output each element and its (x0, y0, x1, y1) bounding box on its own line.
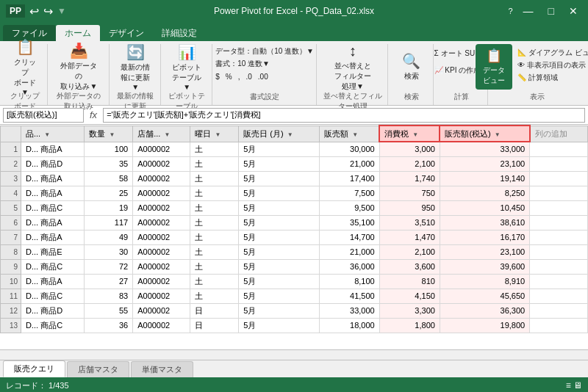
cell-reference[interactable]: [販売額(税込)] (3, 108, 84, 123)
group-sort-filter-content: ↕️ 並べ替えとフィルター処理▼ (331, 44, 375, 90)
cell-price: 18,000 (320, 318, 379, 333)
col-price-header[interactable]: 販売額 ▼ (320, 126, 379, 142)
cell-dow: 土 (190, 274, 239, 288)
cell-month: 5月 (239, 244, 320, 259)
undo-icon[interactable]: ↩ (29, 4, 39, 18)
horizontal-scrollbar[interactable] (0, 349, 588, 360)
cell-store: A000002 (133, 230, 190, 244)
sort-filter-icon: ↕️ (349, 43, 356, 59)
refresh-button[interactable]: 🔄 最新の情報に更新▼ (115, 44, 156, 90)
cell-tax: 950 (379, 200, 440, 215)
cell-sku: D... 商品C (21, 318, 85, 333)
cell-total: 45,650 (440, 288, 529, 303)
formula-input[interactable] (103, 108, 585, 123)
cell-qty: 72 (85, 259, 133, 274)
col-month-header[interactable]: 販売日 (月) ▼ (239, 126, 320, 142)
cell-tax: 750 (379, 186, 440, 200)
format-col: データ型：自動（10 進数）▼ 書式：10 進数▼ $ % , .0 .00 (213, 44, 316, 81)
cell-total: 23,100 (440, 244, 529, 259)
cell-add (530, 186, 588, 200)
table-row: 6D... 商品A117A000002土5月35,1003,51038,610 (1, 215, 588, 230)
pivot-icon: 📊 (178, 43, 196, 61)
tab-advanced[interactable]: 詳細設定 (153, 25, 206, 41)
cell-qty: 58 (85, 171, 133, 186)
tab-home[interactable]: ホーム (56, 25, 100, 41)
group-external-data-content: 📥 外部データの取り込み▼ (54, 44, 104, 90)
cell-total: 36,300 (440, 303, 529, 318)
col-dow-header[interactable]: 曜日 ▼ (190, 126, 239, 142)
cell-month: 5月 (239, 171, 320, 186)
cell-total: 8,250 (440, 186, 529, 200)
cell-tax: 3,300 (379, 303, 440, 318)
ribbon-tabs: ファイル ホーム デザイン 詳細設定 (0, 22, 588, 41)
cell-price: 36,000 (320, 259, 379, 274)
cell-dow: 土 (190, 215, 239, 230)
comma-button[interactable]: , (236, 72, 243, 81)
sheet-tab-sales-query[interactable]: 販売クエリ (3, 360, 65, 377)
group-format-content: データ型：自動（10 進数）▼ 書式：10 進数▼ $ % , .0 .00 (213, 44, 316, 90)
group-pivot-content: 📊 ピボットテーブル▼ (167, 44, 207, 90)
cell-dow: 土 (190, 142, 239, 156)
search-label: 検索 (404, 71, 419, 81)
close-button[interactable]: ✕ (564, 4, 582, 18)
cell-total: 8,910 (440, 274, 529, 288)
add-column-header[interactable]: 列の追加 (530, 126, 588, 142)
cell-price: 21,000 (320, 156, 379, 171)
dollar-button[interactable]: $ (213, 72, 222, 81)
sheet-tab-store-master[interactable]: 店舗マスタ (67, 361, 129, 377)
maximize-button[interactable]: □ (544, 4, 559, 18)
group-search-content: 🔍 検索 (396, 44, 427, 90)
cell-price: 9,500 (320, 200, 379, 215)
data-view-button[interactable]: 📋 データビュー (476, 44, 512, 90)
col-sku-header[interactable]: 品... ▼ (21, 126, 85, 142)
cell-dow: 日 (190, 303, 239, 318)
diagram-view-button[interactable]: 📐 ダイアグラム ビュー (515, 47, 588, 59)
status-icons: ≡ 🖥 (566, 380, 582, 391)
cell-price: 8,100 (320, 274, 379, 288)
cell-total: 23,100 (440, 156, 529, 171)
row-number: 6 (1, 215, 21, 230)
sort-filter-button[interactable]: ↕️ 並べ替えとフィルター処理▼ (331, 44, 375, 90)
data-type-button[interactable]: データ型：自動（10 進数）▼ (213, 46, 316, 57)
sheet-tab-price-master[interactable]: 単価マスタ (131, 361, 193, 377)
group-search-label: 検索 (404, 92, 419, 104)
cell-dow: 土 (190, 259, 239, 274)
dropdown-icon[interactable]: ▼ (57, 6, 66, 16)
col-total-header[interactable]: 販売額(税込) ▼ (440, 126, 529, 142)
cell-dow: 土 (190, 200, 239, 215)
format-button[interactable]: 書式：10 進数▼ (213, 58, 316, 70)
cell-month: 5月 (239, 259, 320, 274)
cell-price: 41,500 (320, 288, 379, 303)
group-clipboard-content: 📋 クリップボード▼ (7, 44, 43, 90)
calc-area-button[interactable]: 📏 計算領域 (515, 72, 588, 84)
redo-icon[interactable]: ↪ (43, 4, 53, 18)
cell-sku: D... 商品E (21, 244, 85, 259)
cell-dow: 土 (190, 230, 239, 244)
search-button[interactable]: 🔍 検索 (396, 44, 427, 90)
table-row: 1D... 商品A100A000002土5月30,0003,00033,000 (1, 142, 588, 156)
table-row: 10D... 商品A27A000002土5月8,1008108,910 (1, 274, 588, 288)
percent-button[interactable]: % (223, 72, 234, 81)
show-hidden-button[interactable]: 👁 非表示項目の表示 (515, 59, 588, 71)
clipboard-button[interactable]: 📋 クリップボード▼ (7, 44, 43, 90)
decimal-increase-button[interactable]: .0 (243, 72, 254, 81)
cell-month: 5月 (239, 186, 320, 200)
table-row: 4D... 商品A25A000002土5月7,5007508,250 (1, 186, 588, 200)
col-store-header[interactable]: 店舗... ▼ (133, 126, 190, 142)
col-tax-header[interactable]: 消費税 ▼ (379, 126, 440, 142)
decimal-decrease-button[interactable]: .00 (256, 72, 270, 81)
clipboard-icon: 📋 (16, 38, 35, 56)
col-qty-header[interactable]: 数量 ▼ (85, 126, 133, 142)
external-data-button[interactable]: 📥 外部データの取り込み▼ (54, 44, 104, 90)
view-col: 📐 ダイアグラム ビュー 👁 非表示項目の表示 📏 計算領域 (515, 44, 588, 84)
ribbon: 📋 クリップボード▼ クリップボード 📥 外部データの取り込み▼ 外部データの取… (0, 41, 588, 106)
minimize-button[interactable]: — (519, 4, 538, 18)
cell-add (530, 156, 588, 171)
cell-tax: 3,000 (379, 142, 440, 156)
cell-sku: D... 商品A (21, 215, 85, 230)
table-row: 3D... 商品A58A000002土5月17,4001,74019,140 (1, 171, 588, 186)
cell-price: 21,000 (320, 244, 379, 259)
pivot-button[interactable]: 📊 ピボットテーブル▼ (167, 44, 207, 90)
tab-design[interactable]: デザイン (100, 25, 153, 41)
help-icon[interactable]: ? (508, 7, 512, 15)
